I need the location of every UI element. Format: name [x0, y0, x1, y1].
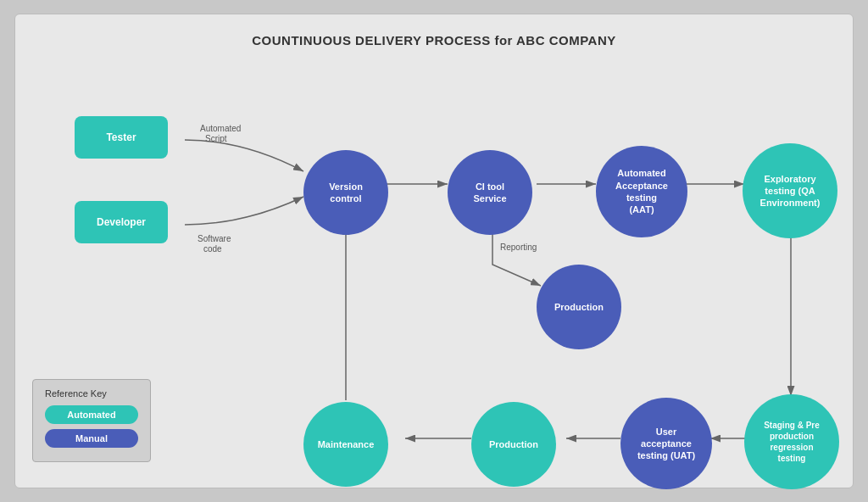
diagram-title: COUNTINUOUS DELIVERY PROCESS for ABC COM…	[15, 14, 853, 47]
exploratory-node: Exploratory testing (QA Environment)	[743, 143, 837, 238]
diagram-container: COUNTINUOUS DELIVERY PROCESS for ABC COM…	[14, 14, 854, 488]
staging-node: Staging & Pre production regression test…	[744, 394, 839, 489]
production-bot-node: Production	[471, 402, 556, 487]
svg-text:Automated: Automated	[200, 124, 241, 133]
version-control-node: Version control	[303, 150, 388, 235]
svg-text:Script: Script	[205, 134, 227, 143]
production-mid-node: Production	[537, 265, 621, 349]
svg-text:Software: Software	[198, 234, 231, 243]
svg-text:Reporting: Reporting	[500, 243, 537, 252]
uat-node: User acceptance testing (UAT)	[620, 398, 712, 489]
svg-text:code: code	[203, 244, 222, 254]
developer-node: Developer	[75, 201, 168, 243]
aat-node: Automated Acceptance testing (AAT)	[596, 146, 687, 237]
ci-tool-node: CI tool Service	[448, 150, 532, 235]
ref-key-manual: Manual	[45, 429, 138, 448]
maintenance-node: Maintenance	[303, 402, 388, 487]
ref-key-title: Reference Key	[45, 388, 138, 399]
tester-node: Tester	[75, 116, 168, 159]
reference-key: Reference Key Automated Manual	[32, 379, 151, 462]
ref-key-automated: Automated	[45, 405, 138, 424]
